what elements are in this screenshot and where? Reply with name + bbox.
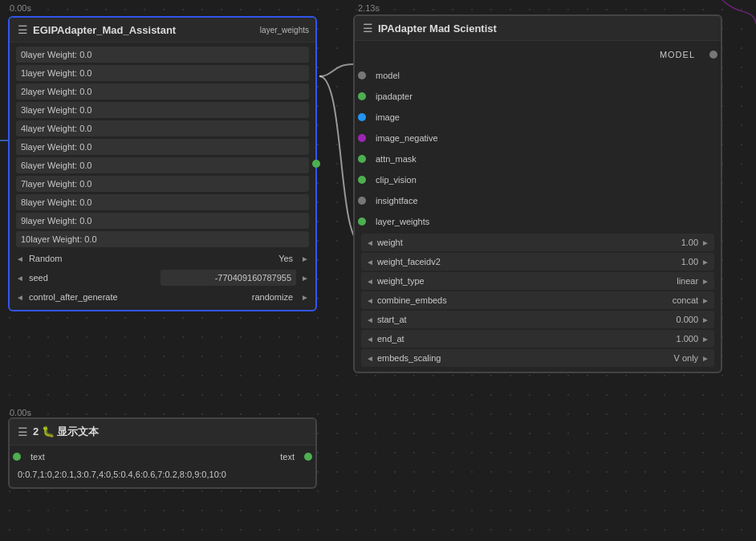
param-label-1: weight_faceidv2 xyxy=(377,257,681,266)
seed-arrow-left: ◄ xyxy=(16,274,24,283)
layer-slider-3[interactable]: 3layer Weight: 0.0 xyxy=(10,101,315,119)
param-value-1: 1.00 xyxy=(681,257,698,266)
time-label-2: 2.13s xyxy=(358,3,380,13)
layer-slider-8[interactable]: 8layer Weight: 0.0 xyxy=(10,193,315,211)
text-output-dot[interactable] xyxy=(304,453,312,461)
canvas: 0.00s 2.13s 0.00s ☰ EGIPAdapter_Mad_Assi… xyxy=(0,0,756,541)
node-right-body: MODEL model ipadapter image image_negati… xyxy=(355,41,721,372)
param-row-weight_type[interactable]: ◄ weight_type linear ► xyxy=(361,272,714,290)
param-row-weight[interactable]: ◄ weight 1.00 ► xyxy=(361,234,714,251)
control-arrow-left: ◄ xyxy=(16,293,24,302)
layer-weights-output-dot[interactable] xyxy=(312,160,320,168)
node-bottom-body: text text 0:0.7,1:0,2:0.1,3:0.7,4:0,5:0.… xyxy=(10,445,315,487)
input-row-layer_weights: layer_weights xyxy=(355,211,721,232)
param-arrow-left-3: ◄ xyxy=(366,296,374,305)
menu-icon-bottom[interactable]: ☰ xyxy=(18,425,28,438)
model-output-label: MODEL xyxy=(660,50,695,59)
seed-row: ◄ seed ► xyxy=(10,268,315,287)
random-row: ◄ Random Yes ► xyxy=(10,249,315,268)
input-row-image_negative: image_negative xyxy=(355,128,721,148)
input-row-image: image xyxy=(355,107,721,128)
input-label-ipadapter: ipadapter xyxy=(376,92,713,101)
model-output-dot[interactable] xyxy=(709,51,717,59)
text-output-label: text xyxy=(280,452,295,462)
text-io-row: text text xyxy=(10,449,315,465)
param-row-embeds_scaling[interactable]: ◄ embeds_scaling V only ► xyxy=(361,349,714,367)
param-arrow-left-1: ◄ xyxy=(366,258,374,266)
control-label: control_after_generate xyxy=(29,292,247,302)
layer-slider-10[interactable]: 10layer Weight: 0.0 xyxy=(10,230,315,248)
model-output-row: MODEL xyxy=(355,44,721,65)
input-row-clip_vision: clip_vision xyxy=(355,169,721,190)
input-dot-attn_mask[interactable] xyxy=(358,155,366,163)
seed-input[interactable] xyxy=(161,270,297,286)
param-arrow-right-3: ► xyxy=(701,296,709,305)
param-row-end_at[interactable]: ◄ end_at 1.000 ► xyxy=(361,330,714,348)
param-arrow-right-0: ► xyxy=(701,238,709,247)
input-dot-image[interactable] xyxy=(358,113,366,121)
input-dot-model[interactable] xyxy=(358,71,366,79)
param-arrow-left-2: ◄ xyxy=(366,277,374,286)
param-row-combine_embeds[interactable]: ◄ combine_embeds concat ► xyxy=(361,291,714,309)
random-arrow-left: ◄ xyxy=(16,254,24,263)
input-label-image_negative: image_negative xyxy=(376,133,713,143)
layer-label-8: 8layer Weight: 0.0 xyxy=(21,197,304,207)
layer-slider-4[interactable]: 4layer Weight: 0.0 xyxy=(10,120,315,137)
layer-slider-0[interactable]: 0layer Weight: 0.0 xyxy=(10,46,315,63)
layer-slider-7[interactable]: 7layer Weight: 0.0 xyxy=(10,175,315,193)
text-input-dot[interactable] xyxy=(13,453,21,461)
param-label-2: weight_type xyxy=(377,276,677,286)
node-left-body: 0layer Weight: 0.0 1layer Weight: 0.0 2l… xyxy=(10,43,315,310)
layer-slider-5[interactable]: 5layer Weight: 0.0 xyxy=(10,138,315,156)
random-value: Yes xyxy=(278,254,293,263)
param-value-0: 1.00 xyxy=(681,238,698,247)
menu-icon-left[interactable]: ☰ xyxy=(18,23,28,36)
input-dot-ipadapter[interactable] xyxy=(358,92,366,100)
layer-label-5: 5layer Weight: 0.0 xyxy=(21,142,304,152)
layer-slider-2[interactable]: 2layer Weight: 0.0 xyxy=(10,83,315,100)
time-label-3: 0.00s xyxy=(10,408,31,417)
layer-label-7: 7layer Weight: 0.0 xyxy=(21,179,304,189)
control-value: randomize xyxy=(252,292,293,302)
right-params: ◄ weight 1.00 ► ◄ weight_faceidv2 1.00 ►… xyxy=(355,234,721,367)
random-label: Random xyxy=(29,254,274,263)
param-label-4: start_at xyxy=(377,315,677,324)
node-right-title: IPAdapter Mad Scientist xyxy=(378,22,497,35)
input-dot-insightface[interactable] xyxy=(358,197,366,205)
param-arrow-left-4: ◄ xyxy=(366,315,374,324)
param-arrow-right-5: ► xyxy=(701,335,709,344)
input-row-model: model xyxy=(355,65,721,86)
param-arrow-left-5: ◄ xyxy=(366,335,374,344)
menu-icon-right[interactable]: ☰ xyxy=(363,22,373,35)
input-row-insightface: insightface xyxy=(355,190,721,211)
param-label-3: combine_embeds xyxy=(377,295,673,305)
layer-label-10: 10layer Weight: 0.0 xyxy=(21,234,304,244)
param-row-start_at[interactable]: ◄ start_at 0.000 ► xyxy=(361,311,714,328)
time-label-1: 0.00s xyxy=(10,3,31,13)
param-arrow-left-0: ◄ xyxy=(366,238,374,247)
input-label-image: image xyxy=(376,112,713,122)
layer-label-0: 0layer Weight: 0.0 xyxy=(21,50,304,59)
input-dot-layer_weights[interactable] xyxy=(358,218,366,226)
input-dot-image_negative[interactable] xyxy=(358,134,366,142)
node-bottom-header: ☰ 2 🐛 显示文本 xyxy=(10,419,315,445)
layer-slider-9[interactable]: 9layer Weight: 0.0 xyxy=(10,212,315,230)
layer-weights-output-label: layer_weights xyxy=(260,26,309,35)
param-value-4: 0.000 xyxy=(677,315,699,324)
layer-slider-6[interactable]: 6layer Weight: 0.0 xyxy=(10,157,315,174)
layer-label-1: 1layer Weight: 0.0 xyxy=(21,68,304,78)
node-egip-adapter: ☰ EGIPAdapter_Mad_Assistant layer_weight… xyxy=(8,16,317,311)
node-left-title: EGIPAdapter_Mad_Assistant xyxy=(33,24,176,36)
param-label-5: end_at xyxy=(377,334,677,344)
param-arrow-right-2: ► xyxy=(701,277,709,286)
layer-label-9: 9layer Weight: 0.0 xyxy=(21,216,304,226)
param-arrow-left-6: ◄ xyxy=(366,354,374,363)
input-row-ipadapter: ipadapter xyxy=(355,86,721,107)
input-dot-clip_vision[interactable] xyxy=(358,176,366,184)
layer-slider-1[interactable]: 1layer Weight: 0.0 xyxy=(10,64,315,82)
param-label-6: embeds_scaling xyxy=(377,353,674,363)
right-inputs: model ipadapter image image_negative att… xyxy=(355,65,721,232)
random-arrow-right: ► xyxy=(301,254,309,263)
param-row-weight_faceidv2[interactable]: ◄ weight_faceidv2 1.00 ► xyxy=(361,253,714,270)
layer-label-6: 6layer Weight: 0.0 xyxy=(21,161,304,170)
